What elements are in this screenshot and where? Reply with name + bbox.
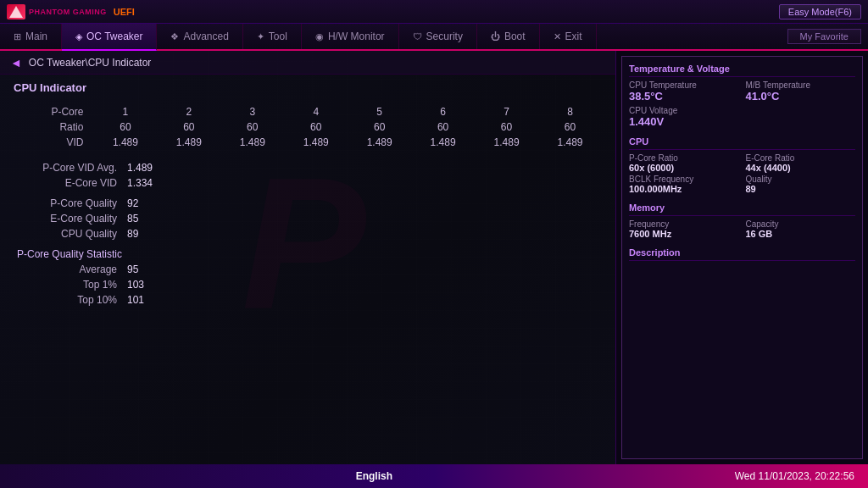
- pcore-8: 8: [538, 104, 602, 119]
- average-value: 95: [127, 263, 138, 275]
- pcore-vid-avg-label: P-Core VID Avg.: [17, 162, 127, 174]
- breadcrumb: ◄ OC Tweaker\CPU Indicator: [0, 51, 615, 75]
- pcore-3: 3: [220, 104, 284, 119]
- top1-row: Top 1% 103: [14, 279, 602, 291]
- easy-mode-button[interactable]: Easy Mode(F6): [779, 4, 861, 19]
- memory-grid: Frequency 7600 MHz Capacity 16 GB: [629, 219, 855, 239]
- pcore-vid-avg-row: P-Core VID Avg. 1.489: [14, 162, 602, 174]
- top10-value: 101: [127, 294, 144, 306]
- my-favorite-button[interactable]: My Favorite: [787, 29, 861, 44]
- memory-title: Memory: [629, 202, 855, 216]
- pcore-quality-value: 92: [127, 197, 138, 209]
- pcore-7: 7: [475, 104, 538, 119]
- boot-icon: ⏻: [491, 31, 500, 42]
- language-indicator: English: [356, 470, 392, 482]
- ecore-quality-value: 85: [127, 213, 138, 225]
- tab-oc-tweaker[interactable]: ◈ OC Tweaker: [62, 24, 157, 51]
- ratio-7: 60: [475, 119, 538, 135]
- capacity-col: Capacity 16 GB: [746, 219, 856, 239]
- vid-6: 1.489: [411, 135, 475, 150]
- tab-tool[interactable]: ✦ Tool: [243, 24, 302, 49]
- pcore-ratio-col: P-Core Ratio 60x (6000): [629, 153, 739, 173]
- mb-temp-value: 41.0°C: [746, 90, 856, 103]
- bclk-col: BCLK Frequency 100.000MHz: [629, 175, 739, 194]
- pcore-label: P-Core: [14, 104, 93, 119]
- top10-label: Top 10%: [17, 294, 127, 306]
- ecore-vid-row: E-Core VID 1.334: [14, 177, 602, 189]
- description-section: Description: [629, 247, 855, 452]
- ratio-8: 60: [538, 119, 602, 135]
- quality-section: P-Core Quality 92 E-Core Quality 85 CPU …: [14, 197, 602, 240]
- pcore-quality-row: P-Core Quality 92: [14, 197, 602, 209]
- tab-advanced[interactable]: ❖ Advanced: [157, 24, 242, 49]
- pcore-table: P-Core 1 2 3 4 5 6 7 8 Ratio 60: [14, 104, 602, 150]
- brand-text: PHANTOM GAMING: [29, 8, 107, 16]
- average-row: Average 95: [14, 263, 602, 275]
- pcore-1: 1: [93, 104, 157, 119]
- top10-row: Top 10% 101: [14, 294, 602, 306]
- temp-voltage-title: Temperature & Voltage: [629, 64, 855, 77]
- bclk-val: 100.000MHz: [629, 184, 739, 194]
- vid-label: VID: [14, 135, 93, 150]
- tab-hw-monitor[interactable]: ◉ H/W Monitor: [302, 24, 399, 49]
- vid-2: 1.489: [157, 135, 220, 150]
- back-button[interactable]: ◄: [10, 56, 22, 69]
- pcore-quality-label: P-Core Quality: [17, 197, 127, 209]
- exit-icon: ✕: [554, 31, 561, 42]
- vid-4: 1.489: [284, 135, 348, 150]
- ratio-4: 60: [284, 119, 348, 135]
- ecore-vid-label: E-Core VID: [17, 177, 127, 189]
- logo-icon: [7, 4, 25, 19]
- temp-grid: CPU Temperature 38.5°C M/B Temperature 4…: [629, 80, 855, 103]
- quality-val: 89: [746, 184, 856, 194]
- tab-main-label: Main: [25, 30, 47, 42]
- ratio-5: 60: [348, 119, 411, 135]
- info-rows: P-Core VID Avg. 1.489 E-Core VID 1.334: [14, 162, 602, 189]
- tab-security-label: Security: [426, 30, 463, 42]
- right-panel-inner: Temperature & Voltage CPU Temperature 38…: [621, 56, 863, 459]
- nav-tabs: ⊞ Main ◈ OC Tweaker ❖ Advanced ✦ Tool ◉ …: [0, 24, 868, 51]
- temp-voltage-section: Temperature & Voltage CPU Temperature 38…: [629, 64, 855, 128]
- tab-main[interactable]: ⊞ Main: [0, 24, 62, 49]
- pcore-2: 2: [157, 104, 220, 119]
- statistic-title: P-Core Quality Statistic: [14, 248, 602, 260]
- statistic-section: P-Core Quality Statistic Average 95 Top …: [14, 248, 602, 306]
- tab-tool-label: Tool: [269, 30, 287, 42]
- brand-area: PHANTOM GAMING UEFI: [7, 4, 135, 19]
- ratio-row: Ratio 60 60 60 60 60 60 60 60: [14, 119, 602, 135]
- vid-1: 1.489: [93, 135, 157, 150]
- pcore-row: P-Core 1 2 3 4 5 6 7 8: [14, 104, 602, 119]
- tab-oc-tweaker-label: OC Tweaker: [86, 30, 142, 42]
- cpu-indicator-title: CPU Indicator: [14, 81, 602, 94]
- ratio-2: 60: [157, 119, 220, 135]
- ratio-label: Ratio: [14, 119, 93, 135]
- vid-row: VID 1.489 1.489 1.489 1.489 1.489 1.489 …: [14, 135, 602, 150]
- average-label: Average: [17, 263, 127, 275]
- status-bar: English Wed 11/01/2023, 20:22:56: [0, 464, 868, 488]
- pcore-ratio-val: 60x (6000): [629, 163, 739, 173]
- freq-col: Frequency 7600 MHz: [629, 219, 739, 239]
- ratio-3: 60: [220, 119, 284, 135]
- left-panel: ◄ OC Tweaker\CPU Indicator CPU Indicator…: [0, 51, 615, 464]
- breadcrumb-path: OC Tweaker\CPU Indicator: [29, 57, 152, 69]
- tab-security[interactable]: 🛡 Security: [399, 24, 477, 49]
- ecore-ratio-val: 44x (4400): [746, 163, 856, 173]
- tab-exit[interactable]: ✕ Exit: [540, 24, 597, 49]
- right-panel: Temperature & Voltage CPU Temperature 38…: [615, 51, 868, 464]
- advanced-icon: ❖: [170, 31, 179, 42]
- cpu-indicator-area: CPU Indicator P-Core 1 2 3 4 5 6 7: [0, 75, 615, 316]
- ecore-ratio-col: E-Core Ratio 44x (4400): [746, 153, 856, 173]
- vid-3: 1.489: [220, 135, 284, 150]
- ratio-6: 60: [411, 119, 475, 135]
- cpu-section: CPU P-Core Ratio 60x (6000) E-Core Ratio…: [629, 136, 855, 194]
- tab-boot[interactable]: ⏻ Boot: [477, 24, 540, 49]
- cpu-title: CPU: [629, 136, 855, 150]
- tab-hw-monitor-label: H/W Monitor: [328, 30, 385, 42]
- security-icon: 🛡: [413, 31, 422, 42]
- vid-7: 1.489: [475, 135, 538, 150]
- ecore-quality-row: E-Core Quality 85: [14, 213, 602, 225]
- tab-exit-label: Exit: [565, 30, 582, 42]
- vid-5: 1.489: [348, 135, 411, 150]
- cpu-grid: P-Core Ratio 60x (6000) E-Core Ratio 44x…: [629, 153, 855, 194]
- cpu-temp-label: CPU Temperature 38.5°C: [629, 80, 739, 103]
